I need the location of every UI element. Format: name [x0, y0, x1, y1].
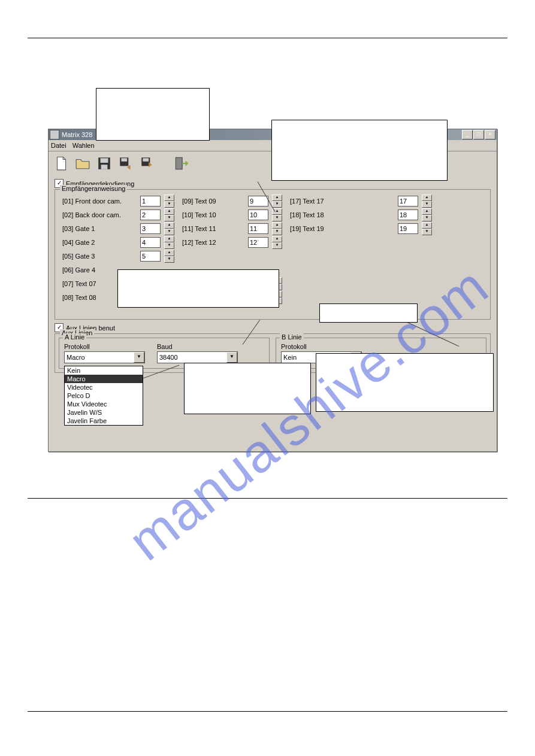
callout-box-2	[271, 120, 448, 181]
menu-wahlen[interactable]: Wahlen	[72, 142, 95, 149]
callout-box-6	[316, 353, 494, 412]
receiver-spinner-19[interactable]: 19▲▼	[398, 222, 432, 235]
spin-up-icon[interactable]: ▲	[422, 222, 432, 229]
receiver-spinner-11[interactable]: 11▲▼	[248, 222, 282, 235]
spin-down-icon[interactable]: ▼	[272, 242, 282, 249]
spin-down-icon[interactable]: ▼	[272, 229, 282, 235]
receiver-value-19[interactable]: 19	[398, 223, 418, 234]
aux-a-protokoll-label: Protokoll	[64, 343, 145, 350]
spin-up-icon[interactable]: ▲	[272, 236, 282, 242]
maximize-button[interactable]: □	[473, 130, 484, 139]
spin-up-icon[interactable]: ▲	[164, 250, 174, 256]
spin-up-icon[interactable]: ▲	[272, 195, 282, 201]
dropdown-item-kein[interactable]: Kein	[65, 366, 143, 375]
receiver-value-2[interactable]: 2	[140, 210, 161, 220]
exit-icon[interactable]	[172, 154, 190, 172]
window-title: Matrix 328	[62, 131, 92, 138]
aux-b-title: B Linie	[280, 333, 304, 341]
spin-down-icon[interactable]: ▼	[164, 242, 174, 249]
dropdown-icon: ▼	[134, 352, 144, 363]
dropdown-item-macro[interactable]: Macro	[65, 375, 143, 383]
spin-down-icon[interactable]: ▼	[422, 215, 432, 221]
receiver-spinner-12[interactable]: 12▲▼	[248, 236, 282, 249]
receiver-group-title: Empfängeranweisung	[60, 185, 127, 192]
receiver-label-3: [03] Gate 1	[62, 222, 122, 235]
receiver-spinner-18[interactable]: 18▲▼	[398, 208, 432, 221]
upload-icon[interactable]	[117, 154, 135, 172]
dropdown-item-javelin-farbe[interactable]: Javelin Farbe	[65, 417, 143, 425]
receiver-spinner-10[interactable]: 10▲▼	[248, 208, 282, 221]
receiver-value-3[interactable]: 3	[140, 223, 161, 234]
receiver-value-17[interactable]: 17	[398, 196, 418, 207]
spin-down-icon[interactable]: ▼	[272, 215, 282, 221]
spin-up-icon[interactable]: ▲	[164, 236, 174, 242]
spin-down-icon[interactable]: ▼	[164, 256, 174, 263]
aux-a-protokoll-combo[interactable]: Macro ▼	[64, 351, 145, 363]
spin-up-icon[interactable]: ▲	[272, 222, 282, 229]
spin-down-icon[interactable]: ▼	[422, 201, 432, 208]
svg-rect-7	[176, 157, 182, 169]
receiver-label-4: [04] Gate 2	[62, 236, 122, 249]
spin-down-icon[interactable]: ▼	[164, 215, 174, 221]
receiver-value-4[interactable]: 4	[140, 237, 161, 248]
aux-a-baud-combo[interactable]: 38400 ▼	[157, 351, 238, 363]
receiver-value-10[interactable]: 10	[248, 210, 268, 220]
receiver-label-1: [01] Front door cam.	[62, 195, 122, 208]
receiver-label-19: [19] Text 19	[290, 222, 350, 235]
aux-a-protokoll-value: Macro	[67, 354, 85, 361]
receiver-spinner-3[interactable]: 3▲▼	[140, 222, 174, 235]
svg-rect-2	[101, 165, 108, 169]
app-icon	[50, 130, 59, 139]
dropdown-item-mux-videotec[interactable]: Mux Videotec	[65, 400, 143, 408]
receiver-spinner-5[interactable]: 5▲▼	[140, 250, 174, 263]
aux-a-baud-value: 38400	[159, 354, 178, 361]
svg-rect-4	[121, 158, 127, 161]
dropdown-item-pelco-d[interactable]: Pelco D	[65, 391, 143, 400]
callout-box-3	[117, 269, 279, 308]
svg-rect-1	[101, 158, 108, 163]
receiver-label-12: [12] Text 12	[182, 236, 242, 249]
receiver-value-5[interactable]: 5	[140, 251, 161, 262]
spin-down-icon[interactable]: ▼	[164, 201, 174, 208]
receiver-value-18[interactable]: 18	[398, 210, 418, 220]
receiver-spinner-4[interactable]: 4▲▼	[140, 236, 174, 249]
save-file-icon[interactable]	[95, 154, 113, 172]
aux-a-title: A Linie	[63, 333, 86, 341]
download-icon[interactable]	[138, 154, 156, 172]
spin-down-icon[interactable]: ▼	[272, 201, 282, 208]
callout-box-4	[319, 303, 418, 323]
aux-a-protokoll-dropdown[interactable]: KeinMacroVideotecPelco DMux VideotecJave…	[64, 366, 143, 426]
callout-box-5	[184, 363, 311, 414]
callout-box-1	[96, 88, 210, 141]
aux-b-protokoll-label: Protokoll	[281, 343, 481, 350]
receiver-spinner-2[interactable]: 2▲▼	[140, 208, 174, 221]
minimize-button[interactable]: _	[462, 130, 473, 139]
receiver-label-11: [11] Text 11	[182, 222, 242, 235]
spin-down-icon[interactable]: ▼	[164, 229, 174, 235]
spin-up-icon[interactable]: ▲	[164, 195, 174, 201]
dropdown-icon: ▼	[226, 352, 237, 363]
close-button[interactable]: ×	[485, 130, 495, 139]
spin-up-icon[interactable]: ▲	[422, 208, 432, 215]
receiver-label-7: [07] Text 07	[62, 277, 122, 290]
receiver-spinner-9[interactable]: 9▲▼	[248, 195, 282, 208]
receiver-value-9[interactable]: 9	[248, 196, 268, 207]
receiver-label-9: [09] Text 09	[182, 195, 242, 208]
spin-up-icon[interactable]: ▲	[422, 195, 432, 201]
new-file-icon[interactable]	[52, 154, 70, 172]
dropdown-item-javelin-w-s[interactable]: Javelin W/S	[65, 408, 143, 417]
receiver-value-1[interactable]: 1	[140, 196, 161, 207]
spin-up-icon[interactable]: ▲	[164, 222, 174, 229]
menu-datei[interactable]: Datei	[51, 142, 67, 149]
receiver-label-17: [17] Text 17	[290, 195, 350, 208]
aux-a-baud-label: Baud	[157, 343, 238, 350]
receiver-spinner-17[interactable]: 17▲▼	[398, 195, 432, 208]
dropdown-item-videotec[interactable]: Videotec	[65, 383, 143, 391]
receiver-value-12[interactable]: 12	[248, 237, 268, 248]
receiver-label-8: [08] Text 08	[62, 291, 122, 304]
receiver-value-11[interactable]: 11	[248, 223, 268, 234]
open-file-icon[interactable]	[74, 154, 92, 172]
receiver-spinner-1[interactable]: 1▲▼	[140, 195, 174, 208]
spin-up-icon[interactable]: ▲	[164, 208, 174, 215]
spin-down-icon[interactable]: ▼	[422, 229, 432, 235]
